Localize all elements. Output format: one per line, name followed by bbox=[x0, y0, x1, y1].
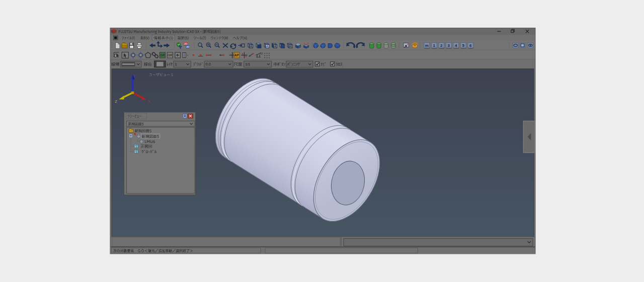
svg-text:1: 1 bbox=[175, 62, 177, 66]
svg-text:Y: Y bbox=[134, 74, 136, 78]
svg-text:6: 6 bbox=[469, 43, 472, 48]
svg-text:0.0: 0.0 bbox=[206, 62, 211, 66]
svg-text:5: 5 bbox=[462, 43, 465, 48]
svg-text:m: m bbox=[425, 43, 429, 48]
svg-text:3D: 3D bbox=[186, 45, 190, 48]
svg-text:X: X bbox=[148, 99, 150, 104]
svg-text:GR: GR bbox=[168, 53, 173, 57]
svg-text:3: 3 bbox=[448, 43, 450, 48]
svg-text:Z: Z bbox=[115, 99, 117, 104]
svg-text:GR: GR bbox=[160, 53, 165, 57]
svg-text:10: 10 bbox=[260, 52, 263, 55]
svg-text:2: 2 bbox=[440, 43, 443, 48]
svg-text:4: 4 bbox=[455, 43, 457, 48]
svg-text:AP: AP bbox=[234, 53, 239, 57]
svg-text:1: 1 bbox=[433, 43, 436, 48]
svg-text:1/1: 1/1 bbox=[245, 62, 250, 66]
